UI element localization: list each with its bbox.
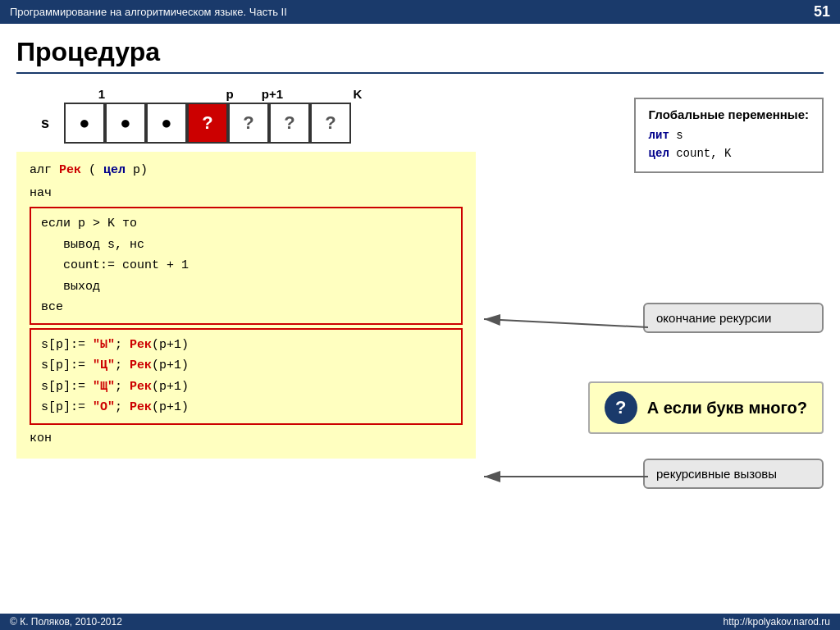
callout-recursive-calls-text: рекурсивные вызовы xyxy=(656,467,777,481)
kw-cel-param: ( xyxy=(89,163,96,177)
code-count: count:= count + 1 xyxy=(41,255,451,276)
call-rek4: Рек xyxy=(130,400,152,414)
call-rek2: Рек xyxy=(130,358,152,372)
label-1: 1 xyxy=(80,87,123,101)
page-number: 51 xyxy=(814,3,830,21)
page-title: Процедура xyxy=(16,37,824,67)
var-s: s xyxy=(676,129,682,142)
title-divider xyxy=(16,72,824,74)
str-c: "Ц" xyxy=(93,358,115,372)
footer: © К. Поляков, 2010-2012 http://kpolyakov… xyxy=(0,614,840,630)
question-mark: ? xyxy=(615,397,626,418)
s-variable-label: s xyxy=(41,115,57,132)
array-cell-3: ? xyxy=(187,103,228,144)
kw-to: то xyxy=(122,217,137,231)
top-bar: Программирование на алгоритмическом язык… xyxy=(0,0,840,24)
callout-recursion-end-text: окончание рекурсии xyxy=(656,311,771,325)
array-cell-4: ? xyxy=(228,103,269,144)
callout-recursion-end: окончание рекурсии xyxy=(643,303,824,333)
footer-left: © К. Поляков, 2010-2012 xyxy=(10,616,122,628)
fn-rek: Рек xyxy=(59,163,81,177)
array-cell-1: ● xyxy=(105,103,146,144)
array-cell-6: ? xyxy=(310,103,351,144)
code-kon: кон xyxy=(30,428,463,450)
code-output: вывод s, нс xyxy=(41,235,451,256)
code-exit: выход xyxy=(41,276,451,298)
recursive-block: s[p]:= "Ы"; Рек(p+1) s[p]:= "Ц"; Рек(p+1… xyxy=(30,328,463,425)
param-p: p) xyxy=(133,163,148,177)
label-p1: p+1 xyxy=(251,87,294,101)
main-code-block: алг Рек ( цел p) нач если p > K то вывод… xyxy=(16,152,476,459)
str-sh: "Щ" xyxy=(93,380,115,394)
code-if: если p > K то xyxy=(41,213,451,235)
var-count-k: count, K xyxy=(676,147,731,160)
code-alg: алг Рек ( цел p) xyxy=(30,160,463,181)
code-rec4: s[p]:= "О"; Рек(p+1) xyxy=(41,397,451,418)
array-cell-2: ● xyxy=(146,103,187,144)
bottom-question-text: А если букв много? xyxy=(647,399,807,418)
array-cell-0: ● xyxy=(64,103,105,144)
call-rek1: Рек xyxy=(130,338,152,352)
label-empty1 xyxy=(123,87,166,101)
footer-right: http://kpolyakov.narod.ru xyxy=(723,616,830,628)
code-nach: нач xyxy=(30,183,463,204)
kw-esli: если p > K xyxy=(41,217,122,231)
label-empty3 xyxy=(294,87,336,101)
str-y: "Ы" xyxy=(93,338,115,352)
label-k: K xyxy=(336,87,379,101)
svg-line-1 xyxy=(484,319,648,327)
question-circle: ? xyxy=(605,391,637,424)
if-block: если p > K то вывод s, нс count:= count … xyxy=(30,207,463,325)
content: Процедура 1 p p+1 K s ● ● ● ? ? ? xyxy=(0,24,840,467)
code-rec3: s[p]:= "Щ"; Рек(p+1) xyxy=(41,377,451,398)
label-p: p xyxy=(208,87,251,101)
global-vars-box: Глобальные переменные: лит s цел count, … xyxy=(634,98,824,173)
global-var-2: цел count, K xyxy=(649,144,809,162)
kw-lit: лит xyxy=(649,129,669,142)
presentation-title: Программирование на алгоритмическом язык… xyxy=(10,6,287,18)
kw-cel: цел xyxy=(649,147,669,160)
global-var-1: лит s xyxy=(649,126,809,144)
kw-alg: алг xyxy=(30,163,59,177)
label-empty2 xyxy=(166,87,208,101)
call-rek3: Рек xyxy=(130,380,152,394)
code-rec1: s[p]:= "Ы"; Рек(p+1) xyxy=(41,335,451,356)
array-cell-5: ? xyxy=(269,103,310,144)
code-rec2: s[p]:= "Ц"; Рек(p+1) xyxy=(41,355,451,377)
kw-cel2: цел xyxy=(103,163,126,177)
bottom-question-box: ? А если букв много? xyxy=(588,381,824,434)
str-o: "О" xyxy=(93,400,115,414)
global-vars-title: Глобальные переменные: xyxy=(649,107,809,121)
code-vse: все xyxy=(41,297,451,318)
callout-recursive-calls: рекурсивные вызовы xyxy=(643,459,824,489)
